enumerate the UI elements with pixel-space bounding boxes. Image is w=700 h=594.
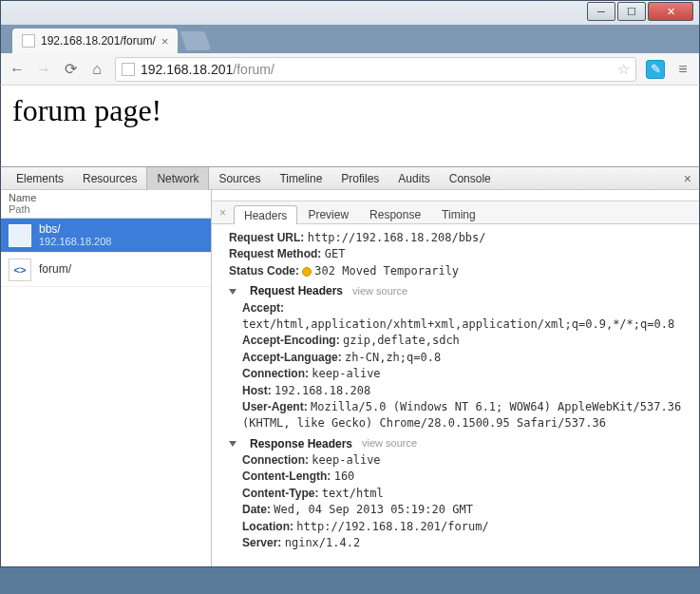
window-close-button[interactable]: ✕ bbox=[648, 2, 693, 21]
browser-tabstrip: 192.168.18.201/forum/ × bbox=[0, 25, 700, 53]
res-content-type: text/html bbox=[322, 487, 384, 500]
subtab-response[interactable]: Response bbox=[359, 204, 431, 223]
home-button[interactable]: ⌂ bbox=[88, 61, 105, 78]
request-list-header: Name Path bbox=[1, 190, 211, 219]
res-date: Wed, 04 Sep 2013 05:19:20 GMT bbox=[274, 503, 473, 516]
network-detail-pane: × Headers Preview Response Timing Reques… bbox=[212, 190, 699, 566]
value-status-code: 302 Moved Temporarily bbox=[314, 264, 459, 278]
value-request-method: GET bbox=[325, 247, 346, 260]
browser-tab[interactable]: 192.168.18.201/forum/ × bbox=[12, 29, 178, 53]
tab-sources[interactable]: Sources bbox=[209, 167, 270, 190]
request-row[interactable]: <> forum/ bbox=[1, 253, 211, 287]
tab-network[interactable]: Network bbox=[146, 167, 209, 190]
tab-audits[interactable]: Audits bbox=[388, 167, 439, 190]
subtab-timing[interactable]: Timing bbox=[431, 204, 486, 223]
headers-content: Request URL: http://192.168.18.208/bbs/ … bbox=[212, 224, 699, 566]
tab-elements[interactable]: Elements bbox=[7, 167, 73, 190]
back-button[interactable]: ← bbox=[9, 61, 26, 78]
status-dot-icon bbox=[302, 267, 312, 277]
close-detail-icon[interactable]: × bbox=[219, 206, 230, 220]
window-maximize-button[interactable]: ☐ bbox=[617, 2, 646, 21]
new-tab-button[interactable] bbox=[180, 31, 211, 50]
browser-toolbar: ← → ⟳ ⌂ 192.168.18.201/forum/ ☆ ✎ ≡ bbox=[0, 53, 700, 86]
subtab-preview[interactable]: Preview bbox=[297, 204, 359, 223]
view-source-link[interactable]: view source bbox=[362, 436, 417, 451]
url-path: /forum/ bbox=[233, 62, 274, 77]
section-response-headers: Response Headers bbox=[250, 436, 352, 452]
document-icon bbox=[9, 224, 31, 247]
col-path: Path bbox=[9, 203, 203, 215]
tab-timeline[interactable]: Timeline bbox=[270, 167, 331, 190]
req-accept-encoding: gzip,deflate,sdch bbox=[343, 334, 460, 347]
disclosure-triangle-icon[interactable] bbox=[229, 441, 236, 447]
request-name: bbs/ bbox=[39, 223, 111, 236]
extension-button[interactable]: ✎ bbox=[646, 60, 665, 79]
url-host: 192.168.18.201 bbox=[141, 62, 233, 77]
page-icon bbox=[122, 63, 135, 76]
tab-close-icon[interactable]: × bbox=[161, 34, 169, 48]
page-icon bbox=[22, 34, 35, 48]
res-connection: keep-alive bbox=[312, 453, 380, 467]
col-name: Name bbox=[9, 192, 203, 203]
tab-profiles[interactable]: Profiles bbox=[331, 167, 388, 190]
window-titlebar: ─ ☐ ✕ bbox=[0, 0, 700, 25]
res-server: nginx/1.4.2 bbox=[285, 536, 360, 549]
value-request-url: http://192.168.18.208/bbs/ bbox=[308, 231, 486, 244]
subtab-headers[interactable]: Headers bbox=[234, 205, 297, 224]
reload-button[interactable]: ⟳ bbox=[62, 60, 79, 78]
devtools-close-icon[interactable]: × bbox=[684, 171, 691, 186]
address-bar[interactable]: 192.168.18.201/forum/ ☆ bbox=[115, 57, 636, 82]
network-request-list: Name Path bbs/ 192.168.18.208 <> forum/ bbox=[1, 190, 212, 566]
tab-console[interactable]: Console bbox=[440, 167, 501, 190]
tab-title: 192.168.18.201/forum/ bbox=[41, 34, 156, 48]
devtools-tabbar: Elements Resources Network Sources Timel… bbox=[1, 167, 699, 190]
devtools-panel: Elements Resources Network Sources Timel… bbox=[0, 166, 700, 567]
tab-resources[interactable]: Resources bbox=[73, 167, 146, 190]
req-accept: text/html,application/xhtml+xml,applicat… bbox=[242, 317, 674, 331]
forward-button[interactable]: → bbox=[35, 61, 52, 78]
window-minimize-button[interactable]: ─ bbox=[587, 2, 615, 21]
res-content-length: 160 bbox=[334, 469, 355, 483]
request-row[interactable]: bbs/ 192.168.18.208 bbox=[1, 219, 211, 253]
request-name: forum/ bbox=[39, 263, 71, 276]
req-accept-language: zh-CN,zh;q=0.8 bbox=[345, 351, 441, 364]
view-source-link[interactable]: view source bbox=[352, 284, 407, 299]
disclosure-triangle-icon[interactable] bbox=[229, 289, 236, 295]
res-location: http://192.168.18.201/forum/ bbox=[296, 520, 488, 533]
bookmark-star-icon[interactable]: ☆ bbox=[617, 61, 630, 78]
label-request-url: Request URL: bbox=[229, 231, 304, 244]
label-request-method: Request Method: bbox=[229, 247, 321, 260]
req-connection: keep-alive bbox=[312, 367, 380, 380]
page-heading: forum page! bbox=[1, 86, 699, 136]
menu-button[interactable]: ≡ bbox=[674, 61, 691, 78]
req-user-agent: Mozilla/5.0 (Windows NT 6.1; WOW64) Appl… bbox=[242, 400, 681, 430]
request-host: 192.168.18.208 bbox=[39, 236, 111, 247]
detail-subtabs: × Headers Preview Response Timing bbox=[212, 201, 699, 224]
page-content: forum page! bbox=[0, 86, 700, 166]
label-status-code: Status Code: bbox=[229, 264, 299, 278]
section-request-headers: Request Headers bbox=[250, 283, 343, 299]
req-host: 192.168.18.208 bbox=[274, 384, 370, 397]
html-icon: <> bbox=[9, 259, 31, 281]
